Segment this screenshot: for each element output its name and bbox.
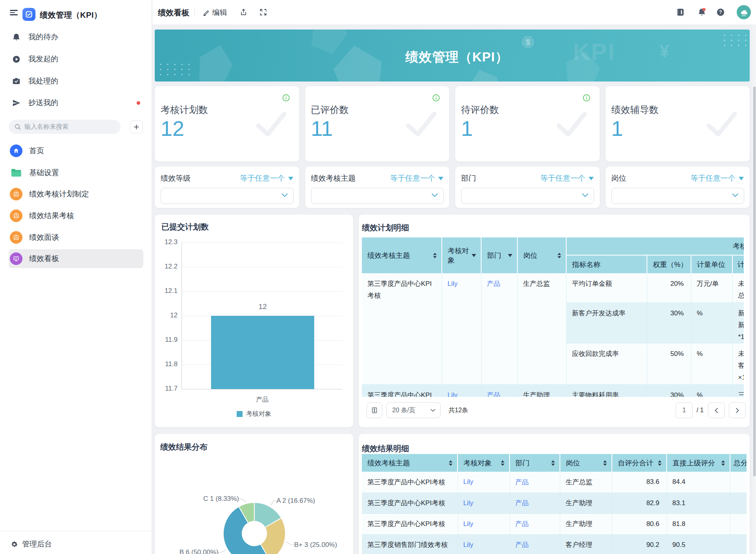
sidebar-item-my-processed[interactable]: 我处理的 [0, 73, 152, 89]
cell-target-link[interactable]: Lily [442, 273, 481, 384]
filter-operator[interactable]: 等于任意一个 [541, 173, 594, 183]
table-row[interactable]: 第三季度产品中心KPI Lily 产品 生产助理 主要物料耗用率 30% % 三… [362, 384, 744, 397]
cell-post: 生产总监 [517, 273, 566, 384]
cell-dept-link[interactable]: 产品 [510, 472, 560, 493]
sort-icon[interactable] [501, 460, 504, 466]
info-icon[interactable] [432, 94, 440, 102]
info-icon[interactable] [282, 94, 290, 102]
share-icon[interactable] [240, 8, 247, 18]
dollar-watermark: $ [522, 36, 534, 48]
chevron-down-icon [732, 193, 738, 197]
sidebar-item-basic-settings[interactable]: 基础设置 [9, 163, 143, 182]
filter-label: 绩效等级 [161, 173, 191, 183]
pagination-jump-button[interactable] [367, 402, 382, 418]
filter-select[interactable] [161, 188, 294, 204]
table-row[interactable]: 第三季度产品中心KPI考核 Lily 产品 生产助理 82.9 83.1 [362, 493, 747, 513]
search-input[interactable]: 输入名称来搜索 [9, 120, 120, 134]
caret-down-icon [438, 177, 443, 180]
cell-formula: 未收回款额/ 客户应收额 ×100% [732, 343, 744, 384]
scrollbar-thumb[interactable] [753, 87, 756, 476]
cell-theme: 第三季度产品中心KPI考核 [362, 493, 458, 513]
cell-metric: 平均订单金额 [566, 273, 647, 302]
fullscreen-icon[interactable] [259, 8, 267, 18]
sort-icon[interactable] [558, 253, 561, 258]
table-row[interactable]: 第三季度产品中心KPI考核 Lily 产品 生产助理 80.6 81.8 [362, 513, 747, 534]
sort-icon[interactable] [449, 460, 452, 466]
cell-target-link[interactable]: Lily [458, 534, 510, 554]
y-tick-label: 11.8 [155, 360, 178, 368]
stat-label: 待评价数 [461, 104, 499, 116]
sort-icon[interactable] [721, 460, 725, 466]
add-button[interactable] [130, 120, 143, 133]
avatar[interactable] [737, 5, 751, 21]
chevron-down-icon [582, 193, 588, 197]
cell-dept-link[interactable]: 产品 [481, 273, 517, 384]
sidebar-item-home[interactable]: 首页 [9, 141, 143, 160]
page-size-select[interactable]: 20 条/页 [386, 402, 441, 418]
col-header: 自评分合计 [618, 458, 653, 468]
cell-target-link[interactable]: Lily [458, 493, 510, 513]
table-row[interactable]: 第三季度产品中心KPI考核 Lily 产品 生产总监 平均订单金额 20% 万元… [362, 273, 744, 302]
page-tab[interactable]: 绩效看板 [158, 7, 189, 18]
notification-bell-icon[interactable] [697, 7, 706, 18]
filter-icon[interactable] [508, 254, 512, 257]
menu-toggle-icon[interactable] [10, 10, 18, 15]
sort-icon[interactable] [603, 460, 607, 466]
sidebar-item-label: 基础设置 [29, 168, 59, 178]
filter-select[interactable] [611, 188, 745, 204]
y-tick-label: 11.7 [155, 385, 178, 393]
sidebar-item-dashboard[interactable]: 绩效看板 [9, 249, 143, 268]
caret-down-icon [589, 177, 594, 180]
filter-select[interactable] [461, 188, 594, 204]
cell-target-link[interactable]: Lily [458, 513, 510, 534]
page-input[interactable]: 1 [676, 402, 693, 418]
prev-page-button[interactable] [708, 402, 725, 418]
check-watermark [405, 111, 437, 139]
table-row[interactable]: 第三季度产品中心KPI考核 Lily 产品 生产总监 83.6 84.4 [362, 472, 747, 493]
filter-operator[interactable]: 等于任意一个 [240, 173, 293, 183]
sort-icon[interactable] [433, 253, 437, 258]
table-row[interactable]: 第三季度销售部门绩效考核 Lily 产品 客户经理 90.2 90.5 [362, 534, 747, 554]
filter-select[interactable] [311, 188, 444, 204]
col-header: 考核对象 [463, 458, 492, 468]
cell-dept-link[interactable]: 产品 [481, 384, 517, 397]
sidebar-item-admin[interactable]: 管理后台 [11, 536, 52, 552]
sort-icon[interactable] [551, 460, 555, 466]
sidebar-item-label: 绩效考核计划制定 [29, 189, 89, 199]
cell-dept-link[interactable]: 产品 [510, 513, 560, 534]
sidebar-item-label: 抄送我的 [28, 98, 58, 108]
page: 绩效管理（KPI） 我的待办 我发起的 我处理的 抄送我的 输入名称来搜索 [0, 0, 756, 554]
sort-icon[interactable] [658, 460, 662, 466]
filter-icon[interactable] [472, 254, 476, 257]
sidebar-item-interview[interactable]: 绩效面谈 [9, 228, 143, 247]
pie-label: B+ 3 (25.00%) [294, 541, 337, 548]
help-icon[interactable]: ? [716, 8, 725, 18]
filter-operator[interactable]: 等于任意一个 [691, 173, 744, 183]
cell-target-link[interactable]: Lily [442, 384, 481, 397]
scrollbar-track[interactable] [752, 24, 756, 554]
table-title: 绩效结果明细 [362, 443, 409, 454]
cell-super-score: 83.1 [667, 493, 730, 513]
pie-chart[interactable]: A 2 (16.67%)B+ 3 (25.00%)B 6 (50.00%)C 1… [155, 434, 353, 554]
sidebar-item-my-todo[interactable]: 我的待办 [0, 29, 152, 45]
sidebar-item-plan-making[interactable]: 绩效考核计划制定 [9, 185, 143, 204]
cell-post: 客户经理 [560, 534, 612, 554]
sidebar-item-result-assess[interactable]: 绩效结果考核 [9, 206, 143, 225]
chart-legend[interactable]: 考核对象 [155, 410, 353, 418]
cell-target-link[interactable]: Lily [458, 472, 510, 493]
sidebar-item-my-initiated[interactable]: 我发起的 [0, 51, 152, 67]
edit-button[interactable]: 编辑 [203, 7, 227, 18]
cell-dept-link[interactable]: 产品 [510, 493, 560, 513]
app-title: 绩效管理（KPI） [40, 10, 102, 20]
sidebar-item-cc-me[interactable]: 抄送我的 [0, 95, 152, 111]
search-icon [15, 124, 21, 130]
cell-unit: 万元/单 [691, 273, 732, 302]
sidebar-footer-label: 管理后台 [22, 539, 52, 549]
info-icon[interactable] [583, 94, 590, 102]
next-page-button[interactable] [729, 402, 746, 418]
filter-operator[interactable]: 等于任意一个 [390, 173, 443, 183]
bar[interactable] [211, 316, 314, 389]
chevron-down-icon [282, 193, 288, 197]
workspace-icon[interactable] [676, 8, 685, 18]
cell-dept-link[interactable]: 产品 [510, 534, 560, 554]
